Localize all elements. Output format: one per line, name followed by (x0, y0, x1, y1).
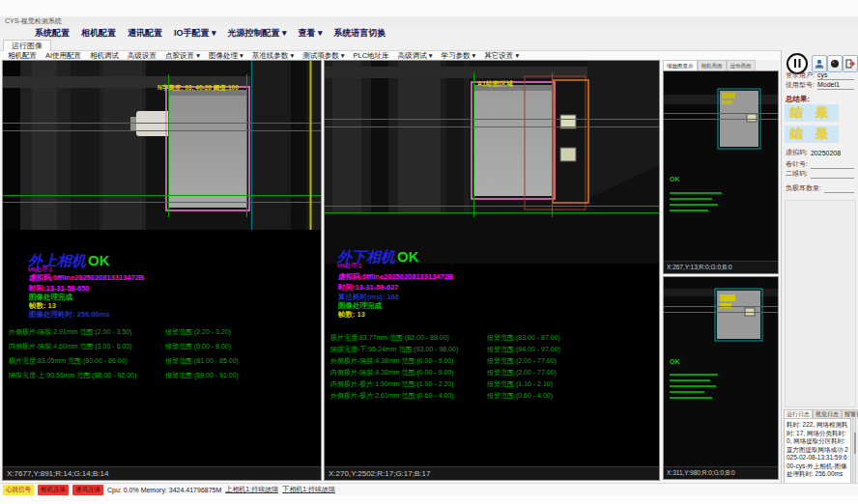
anode-count-value (824, 183, 854, 193)
measure-alarm: 报警范围:(1.10 - 2.10) (487, 379, 553, 389)
tool-other-settings[interactable]: 其它设置 ▾ (484, 51, 519, 61)
thumb-tab-motion-view[interactable]: 运动画面 (727, 60, 756, 70)
tool-plc-address[interactable]: PLC地址库 (354, 51, 389, 61)
total-result-label: 总结果: (786, 95, 810, 104)
comm-link-status-badge: 通讯连接 (72, 485, 103, 495)
menu-system-config[interactable]: 系统配置 (35, 27, 70, 40)
thumb-upper-pixel-readout: X:267,Y:13;R:0;G:0;B:0 (664, 261, 778, 273)
left-measure-row: 外侧极片-隔膜:2.91mm 范围:(2.00 - 3.50) 报警范围:(2.… (9, 327, 319, 337)
measure-value: 内侧极片-隔膜:4.38mm 范围:(0.00 - 9.00) (330, 369, 454, 376)
tool-camera-config[interactable]: 相机配置 (8, 51, 37, 61)
menu-bar: 系统配置 相机配置 通讯配置 IO手配置 ▾ 光源控制配置 ▾ 查看 ▾ 系统语… (0, 26, 858, 40)
measure-value: 外侧极片-隔膜:4.38mm 范围:(0.00 - 9.00) (330, 357, 454, 364)
thumb-upper-image[interactable] (664, 71, 778, 262)
tab-run-image[interactable]: 运行图像 (3, 40, 51, 51)
heartbeat-status-badge: 心跳信号 (3, 485, 34, 495)
virtual-code-label: 虚拟码: (786, 148, 808, 157)
middle-camera-result: OK (397, 248, 419, 265)
measure-alarm: 报警范围:(94.00 - 97.00) (487, 345, 560, 354)
status-bar: 心跳信号 相机连接 通讯连接 Cpu: 0.0% Memory: 3424.41… (0, 483, 858, 495)
measure-alarm: 报警范围:(0.60 - 4.00) (487, 391, 553, 401)
left-measure-row: 内侧极片-隔膜:4.60mm 范围:(3.00 - 6.00) 报警范围:(0.… (9, 342, 319, 351)
thumb-view-upper: OK X:267,Y:13;R:0;G:0;B:0 (663, 70, 779, 274)
login-user-row: 登录用户: cys (786, 70, 854, 80)
left-measure-row: 极片宽度:83.05mm 范围:(80.00 - 86.00) 报警范围:(81… (9, 356, 319, 366)
thumb-view-lower: OK X:311,Y:980;R:0;G:0;B:0 (663, 276, 779, 480)
tool-camera-debug[interactable]: 相机调试 (90, 51, 119, 61)
middle-measure-row: 内侧极片-极片:1.90mm 范围:(1.00 - 2.20) 报警范围:(1.… (330, 379, 657, 389)
anode-count-label: 负极耳数量: (786, 183, 821, 193)
measure-value: 极片宽度:83.77mm 范围:(82.00 - 88.00) (330, 334, 449, 341)
left-camera-panel: N字高度: 93; 40-26 阈值:100 外上相机OK M6处理:1 虚拟码… (2, 60, 322, 481)
measure-alarm: 报警范围:(0.00 - 8.00) (165, 342, 231, 351)
measure-value: 内侧极片-隔膜:4.60mm 范围:(3.00 - 6.00) (9, 343, 132, 350)
anode-count-row: 负极耳数量: (786, 183, 854, 193)
cpu-memory-readout: Cpu: 0.0% Memory: 3424.41796875M (107, 487, 221, 493)
middle-camera-subtag: M6处理:0 (337, 262, 361, 270)
menu-camera-config[interactable]: 相机配置 (81, 27, 116, 40)
tool-ai-config[interactable]: AI使用配置 (45, 51, 81, 61)
left-elapsed: 图像处理耗时: 256.00ms (29, 310, 109, 320)
camera-link-status-badge: 相机连接 (38, 485, 69, 495)
log-scrollbar[interactable] (852, 418, 856, 490)
measure-alarm: 报警范围:(89.00 - 91.00) (165, 371, 239, 380)
middle-frames: 帧数: 13 (338, 310, 365, 320)
user-icon (815, 59, 824, 69)
result-badge-upper: 结 果 (785, 104, 839, 122)
middle-overlay-note: A1绘图区域 (477, 79, 513, 89)
middle-barcode: 虚拟码:0ffline2025020813313472B (338, 272, 453, 282)
menu-view[interactable]: 查看 ▾ (299, 27, 323, 40)
thumb-lower-image[interactable] (664, 277, 778, 467)
log-scrollbar-thumb[interactable] (854, 433, 856, 454)
tool-baseline-params[interactable]: 基准线参数 ▾ (252, 51, 294, 61)
middle-measure-row: 内侧极片-隔膜:4.38mm 范围:(0.00 - 9.00) 报警范围:(2.… (330, 368, 657, 378)
thumb-tab-camera-view[interactable]: 相机画面 (698, 60, 727, 70)
thumb-tab-zoom-view[interactable]: 缩放图显示 (663, 60, 698, 70)
pause-icon (794, 59, 797, 68)
tool-advanced-debug[interactable]: 高级调试 ▾ (398, 51, 433, 61)
tab-strip: 运行图像 (0, 40, 858, 51)
qr-code-value (811, 169, 854, 179)
model-row: 使用型号: Model1 (786, 80, 854, 90)
result-badge-lower: 结 果 (785, 126, 839, 143)
lower-camera-status: 下相机1:持续故障 (282, 485, 335, 494)
menu-comm-config[interactable]: 通讯配置 (128, 27, 162, 40)
toolbar: 相机配置 AI使用配置 相机调试 高级设置 点胶设置 ▾ 图像处理 ▾ 基准线参… (0, 51, 779, 60)
measure-alarm: 报警范围:(2.00 - 77.00) (487, 356, 557, 366)
middle-camera-image[interactable] (325, 61, 659, 264)
measure-value: 内侧极片-极片:1.90mm 范围:(1.00 - 2.20) (330, 380, 454, 387)
measure-alarm: 报警范围:(2.00 - 77.00) (487, 368, 557, 378)
tool-test-params[interactable]: 测试项参数 ▾ (302, 51, 344, 61)
pin-number-row: 卷针号: (786, 159, 854, 169)
tool-learn-params[interactable]: 学习参数 ▾ (441, 51, 475, 61)
measure-value: 隔膜宽度-下:95.24mm 范围:(93.00 - 98.00) (330, 346, 458, 352)
middle-measure-row: 外侧极片-隔膜:4.38mm 范围:(0.00 - 9.00) 报警范围:(2.… (330, 356, 657, 366)
record-icon (830, 59, 840, 69)
tool-glue-settings[interactable]: 点胶设置 ▾ (165, 51, 200, 61)
middle-camera-panel: A1绘图区域 外下相机OK M6处理:0 虚拟码:0ffline20250208… (324, 60, 660, 481)
sidebar: 登录用户: cys 使用型号: Model1 总结果: 结 果 结 果 虚拟码:… (781, 50, 858, 494)
log-text: 耗时: 222, 网络检测耗时: 17, 网络分类耗时: 0, 网络提取分区耗时… (784, 418, 851, 490)
model-label: 使用型号: (786, 80, 815, 90)
menu-light-config[interactable]: 光源控制配置 ▾ (228, 27, 287, 40)
menu-io-config[interactable]: IO手配置 ▾ (174, 27, 216, 40)
pin-number-label: 卷针号: (786, 159, 808, 169)
menu-language-switch[interactable]: 系统语言切换 (334, 27, 386, 40)
tool-advanced-settings[interactable]: 高级设置 (128, 51, 157, 61)
measure-alarm: 报警范围:(83.00 - 87.00) (487, 333, 560, 343)
thumb-tab-strip: 缩放图显示 相机画面 运动画面 (663, 60, 779, 70)
qr-code-row: 二维码: (786, 169, 854, 179)
middle-pixel-readout: X:270,Y:2502;R:17;G:17;B:17 (325, 466, 659, 480)
tool-image-process[interactable]: 图像处理 ▾ (209, 51, 243, 61)
measure-value: 极片宽度:83.05mm 范围:(80.00 - 86.00) (9, 357, 128, 364)
virtual-code-value: 20250208 (811, 149, 854, 157)
exit-icon (845, 59, 855, 69)
middle-time: 时间:13-31-59-627 (338, 283, 399, 293)
measure-value: 外侧极片-极片:2.61mm 范围:(0.60 - 4.00) (330, 392, 454, 399)
left-measure-row: 隔膜宽度-上:90.56mm 范围:(88.00 - 92.00) 报警范围:(… (9, 371, 319, 380)
middle-measure-row: 外侧极片-极片:2.61mm 范围:(0.60 - 4.00) 报警范围:(0.… (330, 391, 657, 401)
model-value: Model1 (817, 80, 854, 90)
qr-code-label: 二维码: (786, 169, 808, 179)
measure-alarm: 报警范围:(2.20 - 3.20) (165, 327, 231, 337)
middle-measure-row: 极片宽度:83.77mm 范围:(82.00 - 88.00) 报警范围:(83… (330, 333, 657, 343)
